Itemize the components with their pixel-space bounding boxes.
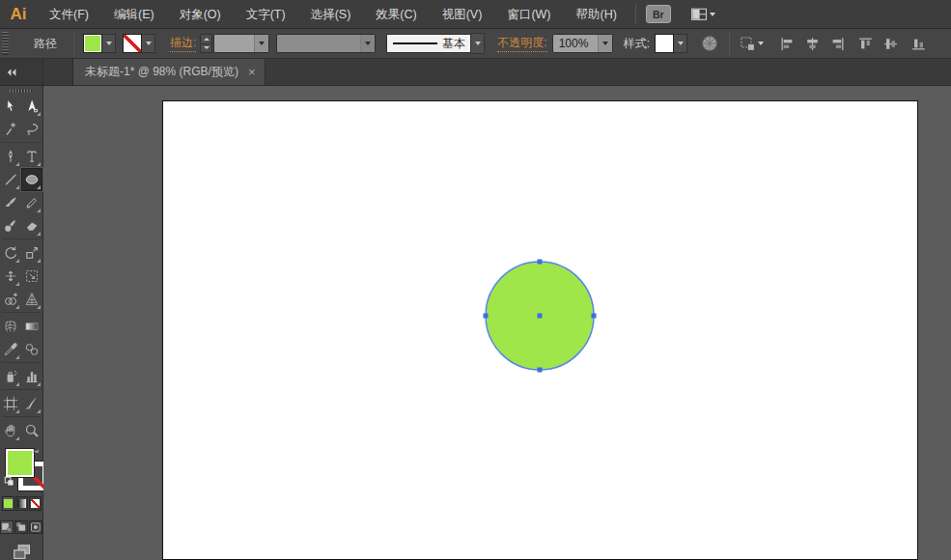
zoom-tool[interactable] <box>21 419 42 442</box>
recolor-artwork-button[interactable] <box>701 35 718 52</box>
menu-edit[interactable]: 编辑(E) <box>101 0 167 29</box>
stroke-weight-dropdown-arrow[interactable] <box>254 35 268 52</box>
toolbar-collapse-button[interactable] <box>0 59 43 85</box>
tab-close-icon[interactable]: × <box>248 66 256 78</box>
style-control <box>655 34 687 53</box>
none-button[interactable] <box>29 496 42 511</box>
swap-fill-stroke-button[interactable] <box>29 447 42 460</box>
opacity-combobox[interactable]: 100% <box>552 34 613 53</box>
draw-normal-button[interactable] <box>0 520 14 534</box>
align-to-selection-button[interactable] <box>740 36 764 52</box>
vertical-align-bottom-button[interactable] <box>910 36 927 52</box>
fill-color-dropdown-button[interactable] <box>102 34 116 53</box>
control-bar-grip[interactable] <box>2 32 9 55</box>
gradient-chip <box>17 499 26 508</box>
brush-definition-box[interactable]: 基本 <box>386 34 471 53</box>
menu-help[interactable]: 帮助(H) <box>564 0 629 29</box>
stroke-weight-combobox[interactable] <box>213 34 269 53</box>
scale-tool[interactable] <box>21 241 42 265</box>
rotate-tool-icon <box>3 245 18 261</box>
fill-color-swatch[interactable] <box>83 34 102 53</box>
horizontal-align-right-button[interactable] <box>829 36 846 52</box>
stepper-down-button[interactable] <box>200 44 212 54</box>
width-profile-combobox[interactable] <box>276 34 376 53</box>
menu-view[interactable]: 视图(V) <box>430 0 495 29</box>
color-button[interactable] <box>2 496 14 511</box>
perspective-grid-tool-icon <box>24 292 40 307</box>
free-transform-tool[interactable] <box>21 265 42 288</box>
type-tool[interactable] <box>21 145 42 168</box>
menu-window[interactable]: 窗口(W) <box>494 0 563 29</box>
ellipse-tool-icon <box>24 172 40 187</box>
shape-builder-tool-icon <box>3 292 18 307</box>
canvas-area[interactable] <box>43 86 951 560</box>
pencil-tool[interactable] <box>21 191 42 214</box>
default-swatches-icon <box>3 475 16 489</box>
draw-inside-icon <box>30 521 42 533</box>
style-swatch[interactable] <box>655 34 674 53</box>
ellipse-tool[interactable] <box>21 168 42 191</box>
menu-file[interactable]: 文件(F) <box>37 0 101 29</box>
perspective-grid-tool[interactable] <box>21 288 42 311</box>
horizontal-align-left-icon <box>779 36 796 52</box>
brush-definition-control: 基本 <box>386 33 485 54</box>
width-tool-icon <box>3 268 18 284</box>
opacity-value: 100% <box>553 37 598 50</box>
style-dropdown-button[interactable] <box>674 34 687 53</box>
horizontal-align-center-button[interactable] <box>804 36 821 52</box>
control-bar: 路径 描边: 基本 不透明度: <box>0 29 951 59</box>
main-area <box>0 86 951 560</box>
stroke-panel-link[interactable]: 描边: <box>170 35 196 52</box>
blend-tool[interactable] <box>21 338 42 361</box>
pen-tool[interactable] <box>0 145 21 168</box>
lasso-tool[interactable] <box>21 118 42 141</box>
symbol-sprayer-tool[interactable] <box>0 365 21 388</box>
menu-select[interactable]: 选择(S) <box>298 0 364 29</box>
opacity-dropdown-arrow[interactable] <box>598 35 612 52</box>
direct-selection-tool[interactable] <box>21 95 42 118</box>
brush-definition-dropdown-button[interactable] <box>471 33 485 54</box>
menu-type[interactable]: 文字(T) <box>234 0 298 29</box>
rotate-tool[interactable] <box>0 241 21 265</box>
eraser-tool[interactable] <box>21 214 42 238</box>
paintbrush-tool-icon <box>3 195 18 210</box>
mesh-tool-icon <box>3 319 18 334</box>
magic-wand-tool[interactable] <box>0 118 21 141</box>
vertical-align-center-button[interactable] <box>882 36 899 52</box>
menu-effect[interactable]: 效果(C) <box>363 0 429 29</box>
stroke-color-dropdown-button[interactable] <box>142 34 155 53</box>
hand-tool[interactable] <box>0 419 21 442</box>
horizontal-align-left-button[interactable] <box>779 36 796 52</box>
draw-behind-button[interactable] <box>14 520 28 534</box>
line-segment-tool[interactable] <box>0 168 21 191</box>
draw-inside-button[interactable] <box>29 520 42 534</box>
workspace-switcher-button[interactable] <box>690 6 715 22</box>
gradient-button[interactable] <box>15 496 28 511</box>
eyedropper-tool[interactable] <box>0 338 21 361</box>
gradient-tool[interactable] <box>21 315 42 338</box>
width-profile-dropdown-arrow[interactable] <box>360 35 375 52</box>
opacity-panel-link[interactable]: 不透明度: <box>497 35 546 52</box>
tools-panel-grip[interactable] <box>10 89 33 93</box>
vertical-align-top-button[interactable] <box>857 36 874 52</box>
stepper-up-button[interactable] <box>200 34 212 44</box>
paintbrush-tool[interactable] <box>0 191 21 214</box>
slice-tool[interactable] <box>21 392 42 415</box>
document-tab[interactable]: 未标题-1* @ 98% (RGB/预览) × <box>72 59 266 85</box>
column-graph-tool[interactable] <box>21 365 42 388</box>
width-tool[interactable] <box>0 265 21 288</box>
default-fill-stroke-button[interactable] <box>3 475 16 489</box>
mesh-tool[interactable] <box>0 315 21 338</box>
shape-builder-tool[interactable] <box>0 288 21 311</box>
change-screen-mode-button[interactable] <box>13 543 30 560</box>
bridge-button[interactable]: Br <box>646 5 671 23</box>
symbol-sprayer-tool-icon <box>3 369 18 384</box>
menu-object[interactable]: 对象(O) <box>167 0 234 29</box>
artboard-tool-icon <box>3 396 18 411</box>
stroke-weight-stepper <box>200 34 212 53</box>
blob-brush-tool[interactable] <box>0 214 21 238</box>
selection-tool[interactable] <box>0 95 21 118</box>
artboard-tool[interactable] <box>0 392 21 415</box>
artboard[interactable] <box>162 100 918 560</box>
stroke-color-swatch[interactable] <box>123 34 142 53</box>
